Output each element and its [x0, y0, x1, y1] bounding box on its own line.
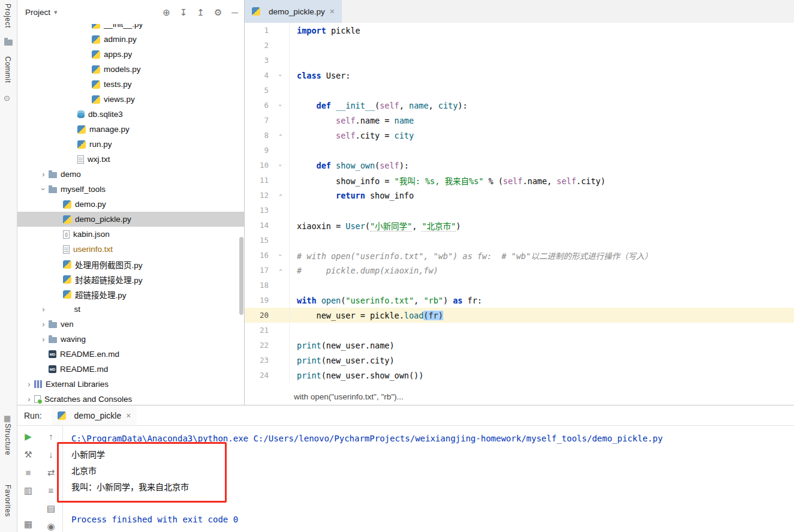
run-console[interactable]: C:\ProgramData\Anaconda3\python.exe C:/U… [63, 426, 794, 532]
fold-marker-icon[interactable]: › [271, 158, 290, 173]
settings-wrench-icon[interactable]: ⚒ [24, 450, 32, 459]
fold-marker-icon[interactable]: › [271, 68, 290, 83]
locate-file-icon[interactable]: ⊕ [163, 8, 170, 17]
code-line[interactable]: 17›# pickle.dump(xiaoxin,fw) [245, 263, 794, 278]
tool-window-button-commit[interactable]: Commit [4, 56, 12, 83]
tool-window-button-favorites[interactable]: Favorites [4, 485, 12, 517]
tree-item[interactable]: 处理用例截图页.py [17, 257, 244, 272]
fold-marker-icon[interactable]: › [271, 128, 290, 143]
fold-marker-icon[interactable]: › [271, 98, 290, 113]
tree-item[interactable]: apps.py [17, 47, 244, 62]
tree-item[interactable]: 超链接处理.py [17, 287, 244, 302]
print-icon[interactable]: ▤ [47, 504, 55, 513]
code-line[interactable]: 7 self.name = name [245, 113, 794, 128]
chevron-right-icon[interactable]: › [38, 335, 49, 344]
chevron-right-icon[interactable]: › [24, 380, 34, 389]
tree-item[interactable]: README.en.md [17, 347, 244, 362]
tree-item[interactable]: ›venv [17, 317, 244, 332]
code-line[interactable]: 21 [245, 323, 794, 338]
chevron-right-icon[interactable]: › [38, 320, 49, 329]
code-line[interactable]: 19with open("userinfo.txt", "rb") as fr: [245, 293, 794, 308]
code-line[interactable]: 18 [245, 278, 794, 293]
fold-marker-icon[interactable]: › [271, 188, 290, 203]
collapse-all-icon[interactable]: ↧ [180, 8, 188, 17]
code-line[interactable]: 23print(new_user.city) [245, 353, 794, 368]
line-number: 4 [245, 71, 271, 80]
fold-marker-icon[interactable]: › [271, 248, 290, 263]
code-line[interactable]: 1import pickle [245, 23, 794, 38]
pin-icon[interactable]: ◉ [47, 522, 55, 531]
tree-item[interactable]: __init__.py [17, 24, 244, 32]
code-line[interactable]: 11 show_info = "我叫: %s, 我来自%s" % (self.n… [245, 173, 794, 188]
code-line[interactable]: 16›# with open("userinfo.txt", "wb") as … [245, 248, 794, 263]
tool-window-button-structure[interactable]: Structure [4, 423, 12, 455]
code-line[interactable]: 13 [245, 203, 794, 218]
run-tab-demo-pickle[interactable]: demo_pickle × [52, 405, 137, 425]
commit-icon[interactable]: ⊙ [4, 94, 10, 103]
stop-button[interactable]: ■ [25, 468, 31, 477]
expand-all-icon[interactable]: ↥ [197, 8, 204, 17]
code-line[interactable]: 10› def show_own(self): [245, 158, 794, 173]
scrollbar-thumb[interactable] [239, 237, 243, 315]
python-file-icon [252, 7, 260, 16]
tree-item[interactable]: 封装超链接处理.py [17, 272, 244, 287]
close-icon[interactable]: × [126, 411, 131, 420]
fold-marker-icon[interactable]: › [271, 263, 290, 278]
tree-item[interactable]: views.py [17, 92, 244, 107]
tree-item[interactable]: demo_pickle.py [17, 212, 244, 227]
tree-item[interactable]: userinfo.txt [17, 242, 244, 257]
structure-icon[interactable]: ▦ [4, 414, 11, 423]
tree-item[interactable]: ›External Libraries [17, 377, 244, 392]
tree-item[interactable]: demo.py [17, 197, 244, 212]
tool-window-button-project[interactable]: Project [4, 4, 12, 28]
tab-demo-pickle-py[interactable]: demo_pickle.py × [245, 0, 342, 23]
settings-gear-icon[interactable]: ⚙ [214, 8, 222, 17]
up-stack-trace-icon[interactable]: ↑ [49, 432, 53, 441]
tree-item[interactable]: manage.py [17, 122, 244, 137]
tree-item[interactable]: ›demo [17, 167, 244, 182]
scroll-to-end-icon[interactable]: ≡ [49, 486, 54, 495]
tree-item[interactable]: ›Scratches and Consoles [17, 392, 244, 405]
breadcrumb[interactable]: with open("userinfo.txt", "rb")... [245, 388, 794, 405]
code-line[interactable]: 2 [245, 38, 794, 53]
code-line[interactable]: 3 [245, 53, 794, 68]
tree-item[interactable]: models.py [17, 62, 244, 77]
tree-item[interactable]: run.py [17, 137, 244, 152]
close-icon[interactable]: × [330, 7, 335, 16]
code-line[interactable]: 5 [245, 83, 794, 98]
rerun-button[interactable]: ▶ [25, 432, 32, 441]
chevron-down-icon[interactable]: › [39, 184, 48, 194]
tree-item[interactable]: kabin.json [17, 227, 244, 242]
chevron-right-icon[interactable]: › [24, 395, 34, 404]
code-line[interactable]: 14xiaoxin = User("小新同学", "北京市") [245, 218, 794, 233]
tree-item[interactable]: db.sqlite3 [17, 107, 244, 122]
tree-item[interactable]: wxj.txt [17, 152, 244, 167]
tree-item[interactable]: ›myself_tools [17, 182, 244, 197]
project-folder-icon[interactable] [4, 40, 13, 46]
code-line[interactable]: 12› return show_info [245, 188, 794, 203]
tree-item[interactable]: tests.py [17, 77, 244, 92]
line-number: 18 [245, 281, 271, 290]
chevron-down-icon[interactable]: ▾ [54, 8, 58, 16]
down-stack-trace-icon[interactable]: ↓ [49, 450, 53, 459]
tree-item[interactable]: admin.py [17, 32, 244, 47]
soft-wrap-icon[interactable]: ⇄ [47, 468, 55, 477]
layout-grid-icon[interactable]: ▦ [24, 519, 32, 528]
tree-item[interactable]: ›totest [17, 302, 244, 317]
code-line[interactable]: 9 [245, 143, 794, 158]
code-line[interactable]: 22print(new_user.name) [245, 338, 794, 353]
code-line[interactable]: 4›class User: [245, 68, 794, 83]
tree-item[interactable]: README.md [17, 362, 244, 377]
hide-panel-icon[interactable]: ─ [231, 8, 238, 17]
code-editor[interactable]: 1import pickle234›class User:56› def __i… [245, 23, 794, 388]
chevron-right-icon[interactable]: › [38, 170, 49, 179]
pycharm-window: Project Commit ⊙ ▦ Structure Favorites P… [0, 0, 794, 532]
code-line[interactable]: 15 [245, 233, 794, 248]
restore-layout-icon[interactable]: ▥ [24, 486, 32, 495]
code-line[interactable]: 8› self.city = city [245, 128, 794, 143]
tree-item[interactable]: ›waving [17, 332, 244, 347]
code-line[interactable]: 6› def __init__(self, name, city): [245, 98, 794, 113]
project-panel-title[interactable]: Project [25, 8, 50, 17]
code-line[interactable]: 20 new_user = pickle.load(fr) [245, 308, 794, 323]
code-line[interactable]: 24print(new_user.show_own()) [245, 368, 794, 383]
